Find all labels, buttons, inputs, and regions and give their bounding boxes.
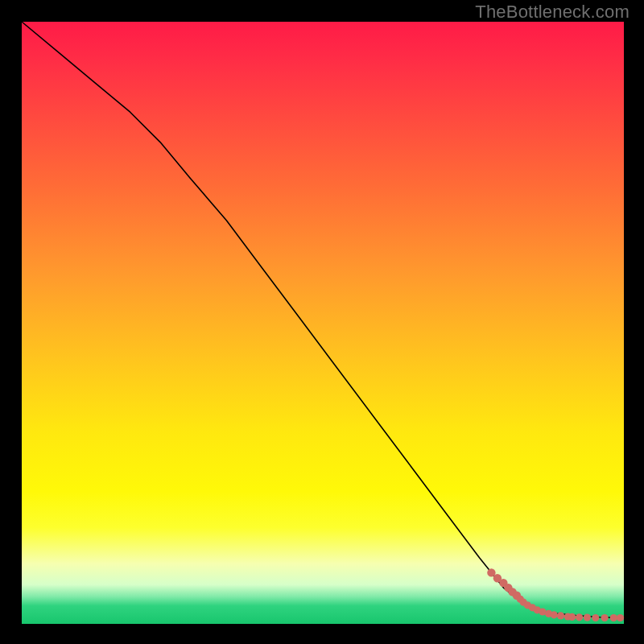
data-point [557,612,564,619]
data-point-cluster [487,568,624,621]
data-point [568,613,576,621]
data-point [617,614,624,621]
data-point [576,613,583,621]
data-point [592,614,599,621]
chart-stage: TheBottleneck.com [0,0,644,644]
data-point [601,614,609,621]
watermark-text: TheBottleneck.com [475,2,630,23]
data-point [584,614,591,621]
data-point [610,614,617,621]
bottleneck-curve [22,22,624,618]
data-point [551,611,558,618]
chart-overlay [22,22,624,624]
